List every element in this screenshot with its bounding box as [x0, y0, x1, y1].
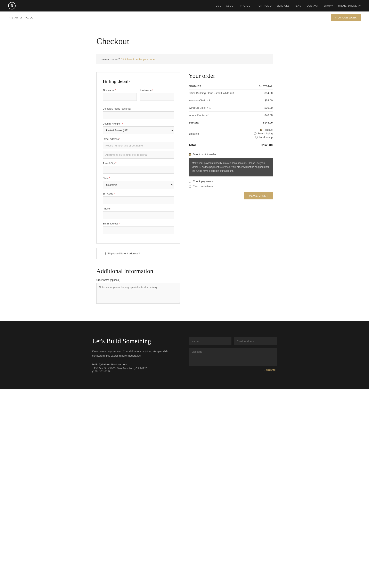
zip-group: ZIP Code *: [103, 192, 174, 204]
nav-services[interactable]: SERVICES: [277, 4, 289, 7]
additional-section: Additional information Order notes (opti…: [96, 268, 180, 304]
nav-project[interactable]: PROJECT: [240, 4, 252, 7]
first-name-input[interactable]: [103, 93, 137, 101]
shipping-free-label: Free shipping: [258, 132, 273, 135]
ship-to-different-label[interactable]: Ship to a different address?: [103, 252, 174, 255]
shipping-flat-rate-label: Flat rate: [264, 128, 273, 131]
table-row: Wind Up Clock × 1 $20.00: [189, 104, 273, 112]
nav-theme-builder[interactable]: THEME BUILDER ▾: [338, 4, 361, 7]
footer-message-textarea[interactable]: [189, 348, 277, 366]
billing-section: Billing details First name * Last name *…: [96, 72, 180, 304]
first-name-label: First name *: [103, 89, 137, 92]
footer-title: Let's Build Something: [92, 337, 180, 345]
shipping-free[interactable]: Free shipping: [254, 132, 273, 135]
order-title: Your order: [189, 72, 273, 79]
state-select[interactable]: California: [103, 181, 174, 189]
item-name: Wind Up Clock × 1: [189, 104, 248, 112]
street-input[interactable]: [103, 142, 174, 149]
total-label: Total: [189, 141, 248, 149]
additional-title: Additional information: [96, 268, 180, 274]
payment-cod[interactable]: Cash on delivery: [189, 185, 273, 188]
table-row: Office Building Plans - small, white × 3…: [189, 89, 273, 97]
shipping-flat-rate-radio[interactable]: [260, 129, 262, 131]
phone-label: Phone *: [103, 207, 174, 210]
email-group: Email address *: [103, 222, 174, 234]
nav-portfolio[interactable]: PORTFOLIO: [257, 4, 272, 7]
phone-group: Phone *: [103, 207, 174, 219]
shipping-local-pickup-radio[interactable]: [255, 136, 258, 138]
apt-input[interactable]: [103, 151, 174, 158]
phone-input[interactable]: [103, 211, 174, 219]
table-row: Indoor Planter × 1 $40.00: [189, 112, 273, 119]
company-group: Company name (optional): [103, 107, 174, 119]
last-name-input[interactable]: [140, 93, 174, 101]
footer-grid: Let's Build Something Cu omnium propriae…: [92, 337, 277, 373]
total-row: Total $148.00: [189, 141, 273, 149]
place-order-button[interactable]: PLACE ORDER: [244, 192, 273, 200]
footer-right: → SUBMIT: [189, 337, 277, 372]
page-title: Checkout: [96, 36, 273, 46]
ship-to-different-checkbox[interactable]: [103, 252, 106, 255]
shipping-local-pickup[interactable]: Local pickup: [255, 136, 273, 139]
last-name-label: Last name *: [140, 89, 174, 92]
coupon-link[interactable]: Click here to enter your code: [121, 58, 154, 61]
payment-check[interactable]: Check payments: [189, 180, 273, 183]
street-group: Street address *: [103, 138, 174, 158]
item-price: $34.00: [248, 97, 273, 104]
country-select[interactable]: United States (US): [103, 126, 174, 134]
shipping-label: Shipping: [189, 126, 248, 141]
nav-shop[interactable]: SHOP ▾: [324, 4, 333, 7]
table-row: Wooden Chair × 1 $34.00: [189, 97, 273, 104]
item-name: Office Building Plans - small, white × 3: [189, 89, 248, 97]
footer-address: 1234 Divi St. #1000, San Francisco, CA 9…: [92, 367, 180, 370]
start-project-link[interactable]: → START A PROJECT: [8, 16, 35, 19]
email-input[interactable]: [103, 226, 174, 234]
first-name-group: First name *: [103, 89, 137, 101]
state-group: State * California: [103, 177, 174, 189]
payment-bank-label: Direct bank transfer: [193, 153, 216, 156]
col-product: PRODUCT: [189, 83, 248, 89]
billing-title: Billing details: [103, 79, 174, 84]
payment-check-radio[interactable]: [189, 180, 191, 183]
shipping-free-radio[interactable]: [254, 132, 256, 135]
nav-home[interactable]: HOME: [214, 4, 221, 7]
payment-cod-label: Cash on delivery: [193, 185, 213, 188]
footer-name-input[interactable]: [189, 337, 231, 345]
city-label: Town / City *: [103, 162, 174, 165]
main-content: Checkout Have a coupon? Click here to en…: [92, 24, 277, 321]
view-work-button[interactable]: VIEW OUR WORK: [331, 14, 361, 21]
nav-team[interactable]: TEAM: [295, 4, 302, 7]
company-input[interactable]: [103, 111, 174, 119]
item-name: Wooden Chair × 1: [189, 97, 248, 104]
country-group: Country / Region * United States (US): [103, 122, 174, 134]
footer-submit-row: → SUBMIT: [189, 369, 277, 372]
nav-contact[interactable]: CONTACT: [307, 4, 318, 7]
coupon-text: Have a coupon?: [101, 58, 120, 61]
payment-cod-radio[interactable]: [189, 185, 191, 188]
zip-input[interactable]: [103, 196, 174, 204]
payment-check-label: Check payments: [193, 180, 213, 183]
shipping-flat-rate[interactable]: Flat rate: [260, 128, 273, 131]
logo[interactable]: D: [8, 2, 16, 10]
footer-submit-button[interactable]: → SUBMIT: [263, 369, 277, 372]
navigation: D HOME ABOUT PROJECT PORTFOLIO SERVICES …: [0, 0, 369, 11]
footer-phone: (255) 352-6258: [92, 370, 180, 373]
checkout-grid: Billing details First name * Last name *…: [96, 72, 273, 304]
payment-bank-transfer-radio[interactable]: [189, 153, 191, 156]
col-subtotal: SUBTOTAL: [248, 83, 273, 89]
city-input[interactable]: [103, 166, 174, 174]
last-name-group: Last name *: [140, 89, 174, 101]
item-price: $40.00: [248, 112, 273, 119]
name-row: First name * Last name *: [103, 89, 174, 104]
email-label: Email address *: [103, 222, 174, 225]
state-label: State *: [103, 177, 174, 180]
item-price: $54.00: [248, 89, 273, 97]
payment-bank-transfer[interactable]: Direct bank transfer: [189, 153, 273, 156]
nav-about[interactable]: ABOUT: [226, 4, 235, 7]
subheader: → START A PROJECT VIEW OUR WORK: [0, 11, 369, 24]
footer-email: hello@diviarchitecture.com: [92, 363, 180, 366]
footer-email-input[interactable]: [234, 337, 277, 345]
order-notes-textarea[interactable]: [96, 283, 180, 304]
coupon-banner: Have a coupon? Click here to enter your …: [96, 54, 273, 64]
subtotal-label: Subtotal: [189, 119, 248, 126]
